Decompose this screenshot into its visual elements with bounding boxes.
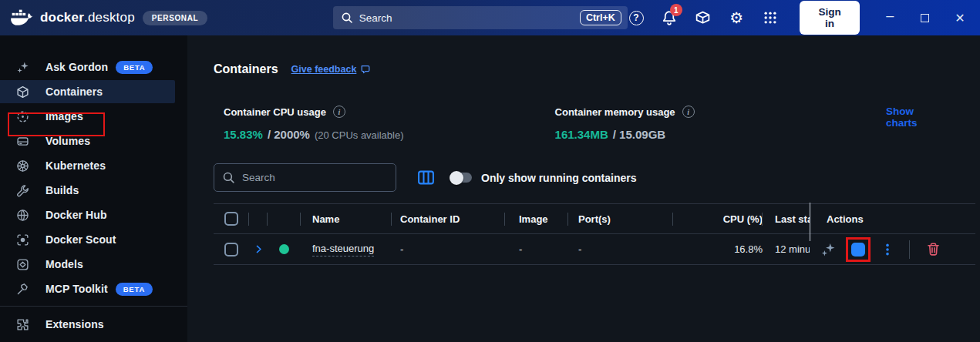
sidebar-item-mcp-toolkit[interactable]: MCP Toolkit BETA	[0, 277, 187, 300]
sidebar: Ask Gordon BETA Containers	[0, 35, 187, 342]
show-charts-link[interactable]: Show charts	[886, 106, 942, 129]
cpu-available-note: (20 CPUs available)	[315, 129, 404, 141]
maximize-icon	[921, 14, 929, 22]
help-icon: ?	[629, 11, 644, 25]
list-controls: Only show running containers	[214, 163, 980, 192]
annotation-stop-button-highlight	[846, 237, 871, 262]
delete-container-button[interactable]	[926, 242, 941, 256]
sidebar-item-label: Builds	[45, 184, 79, 196]
sidebar-item-docker-scout[interactable]: Docker Scout	[0, 228, 187, 251]
container-search-field[interactable]	[214, 163, 396, 192]
extensions-icon	[16, 318, 29, 331]
notifications-button[interactable]: 1	[661, 8, 678, 27]
images-icon	[16, 110, 29, 123]
image-cell: -	[505, 234, 568, 264]
sidebar-item-builds[interactable]: Builds	[0, 179, 187, 202]
global-search-box[interactable]: Search Ctrl+K	[333, 6, 628, 29]
sidebar-item-models[interactable]: Models	[0, 253, 187, 276]
search-icon	[341, 12, 353, 24]
docker-whale-icon	[11, 9, 34, 27]
ports-cell: -	[568, 234, 673, 264]
column-header-last-started[interactable]: Last sta	[763, 204, 810, 233]
settings-button[interactable]: ⚙	[728, 8, 745, 27]
ask-gordon-action-icon[interactable]	[820, 242, 836, 257]
column-header-name[interactable]: Name	[301, 204, 392, 233]
help-button[interactable]: ?	[628, 8, 645, 27]
docker-hub-icon	[16, 209, 29, 222]
window-minimize-button[interactable]: –	[881, 8, 899, 28]
sidebar-item-label: Docker Hub	[45, 209, 107, 221]
column-header-image[interactable]: Image	[505, 204, 568, 233]
plan-badge[interactable]: PERSONAL	[143, 11, 207, 25]
beta-badge: BETA	[116, 61, 153, 74]
window-close-button[interactable]: ✕	[951, 8, 969, 28]
give-feedback-label: Give feedback	[291, 64, 357, 75]
builds-icon	[16, 184, 29, 197]
actions-divider	[909, 240, 910, 259]
cpu-total-value: / 2000%	[268, 128, 310, 141]
titlebar: docker.desktop PERSONAL Search Ctrl+K ?	[0, 0, 980, 35]
container-id-cell: -	[392, 234, 505, 264]
column-header-container-id[interactable]: Container ID	[392, 204, 505, 233]
sidebar-item-label: MCP Toolkit	[45, 283, 108, 295]
notification-count-badge: 1	[670, 4, 682, 16]
containers-table: Name Container ID Image Port(s) CPU (%) …	[214, 203, 975, 265]
memory-usage-block: Container memory usage i 161.34MB / 15.0…	[555, 106, 887, 142]
sidebar-item-kubernetes[interactable]: Kubernetes	[0, 154, 187, 177]
search-icon	[222, 171, 235, 184]
search-placeholder: Search	[359, 12, 574, 24]
window-maximize-button[interactable]	[915, 8, 934, 28]
give-feedback-link[interactable]: Give feedback	[291, 64, 372, 75]
container-name-link[interactable]: fna-steuerung	[312, 243, 374, 256]
sparkles-icon	[16, 61, 29, 74]
running-status-dot	[279, 244, 289, 254]
running-only-toggle[interactable]	[451, 173, 472, 183]
column-header-actions: Actions	[810, 204, 975, 233]
sidebar-item-label: Models	[45, 258, 83, 270]
table-row: fna-steuerung - - - 16.8% 12 minu	[214, 234, 975, 265]
running-only-label: Only show running containers	[481, 172, 636, 184]
row-actions	[810, 234, 975, 264]
sidebar-item-volumes[interactable]: Volumes	[0, 129, 187, 153]
cpu-cell: 16.8%	[673, 234, 763, 264]
sidebar-item-containers[interactable]: Containers	[0, 80, 175, 103]
sign-in-button[interactable]: Sign in	[800, 1, 860, 35]
column-header-cpu[interactable]: CPU (%)	[673, 204, 763, 233]
info-icon[interactable]: i	[333, 106, 345, 118]
feedback-bubble-icon	[360, 64, 371, 75]
select-all-checkbox[interactable]	[224, 212, 238, 226]
sidebar-item-extensions[interactable]: Extensions	[0, 313, 187, 336]
sidebar-item-label: Kubernetes	[45, 159, 106, 172]
learning-center-icon	[695, 10, 711, 26]
kubernetes-icon	[16, 159, 29, 173]
docker-desktop-window: docker.desktop PERSONAL Search Ctrl+K ?	[0, 0, 980, 342]
expand-row-chevron-icon[interactable]	[254, 244, 264, 254]
models-icon	[16, 258, 29, 271]
containers-icon	[16, 86, 29, 99]
row-checkbox[interactable]	[224, 243, 238, 256]
sidebar-item-label: Extensions	[45, 318, 104, 330]
toggle-knob	[450, 171, 463, 185]
info-icon[interactable]: i	[682, 106, 695, 118]
more-actions-button[interactable]	[881, 243, 894, 256]
learning-center-button[interactable]	[695, 8, 712, 27]
container-search-input[interactable]	[242, 172, 388, 183]
brand-wordmark: docker.desktop	[40, 10, 135, 25]
docker-brand: docker.desktop	[11, 9, 135, 27]
volumes-icon	[16, 135, 29, 148]
sidebar-item-label: Ask Gordon	[45, 61, 108, 73]
column-settings-button[interactable]	[417, 169, 435, 186]
sidebar-item-images[interactable]: Images	[0, 105, 187, 128]
sidebar-item-ask-gordon[interactable]: Ask Gordon BETA	[0, 55, 187, 79]
sidebar-item-docker-hub[interactable]: Docker Hub	[0, 203, 187, 226]
sidebar-item-label: Containers	[45, 86, 103, 98]
sidebar-item-label: Docker Scout	[45, 233, 116, 246]
column-header-ports[interactable]: Port(s)	[568, 204, 673, 233]
stop-container-button[interactable]	[851, 243, 865, 256]
memory-total-value: / 15.09GB	[613, 128, 665, 141]
cpu-usage-block: Container CPU usage i 15.83% / 2000% (20…	[224, 106, 555, 142]
cpu-used-value: 15.83%	[224, 128, 263, 141]
apps-grid-button[interactable]	[762, 8, 779, 27]
column-resize-separator[interactable]	[810, 203, 810, 241]
sidebar-item-label: Images	[45, 110, 83, 122]
